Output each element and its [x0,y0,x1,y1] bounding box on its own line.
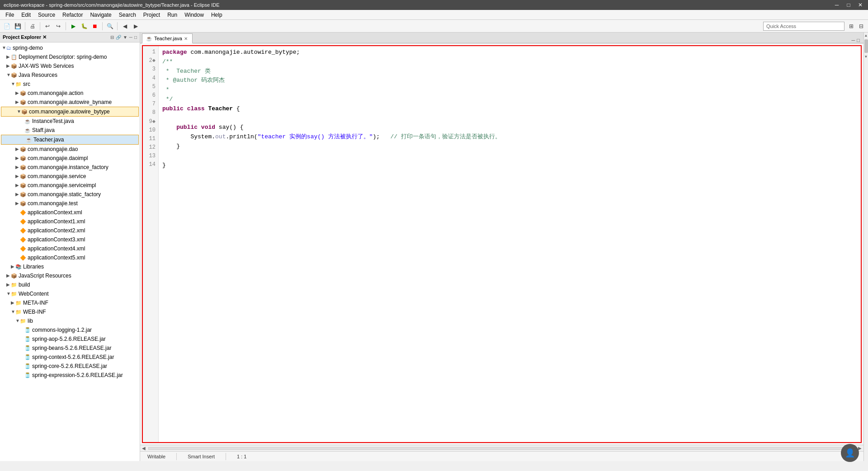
tree-item-appctx1[interactable]: 🔶 applicationContext1.xml [0,217,140,226]
tree-item-teacher[interactable]: ☕ Teacher.java [1,135,139,145]
tree-item-pkg-action[interactable]: ▶ 📦 com.manongajie.action [0,89,140,98]
js-resources-icon: 📦 [11,272,17,280]
tree-item-lib[interactable]: ▼ 📁 lib [0,316,140,325]
editor-maximize-icon[interactable]: □ [857,38,860,43]
tree-item-spring-demo[interactable]: ▼ 🗂 spring-demo [0,43,140,52]
tree-item-spring-context[interactable]: 🫙 spring-context-5.2.6.RELEASE.jar [0,353,140,362]
tree-item-deployment[interactable]: ▶ 📋 Deployment Descriptor: spring-demo [0,52,140,61]
quick-access-box[interactable]: Quick Access [763,22,844,31]
save-button[interactable]: 💾 [13,21,23,31]
bottom-scrollbar: ◀ ▶ [140,445,863,451]
tree-item-commons-logging[interactable]: 🫙 commons-logging-1.2.jar [0,325,140,334]
tree-item-staff[interactable]: ☕ Staff.java [0,126,140,135]
code-editor[interactable]: 1 2◆ 3 4 5 6 7 8 9◆ 10 11 12 13 14 packa… [142,45,862,443]
tree-item-appctx5[interactable]: 🔶 applicationContext5.xml [0,253,140,262]
tab-close-button[interactable]: ✕ [184,36,188,41]
link-with-editor-icon[interactable]: 🔗 [116,35,121,40]
menu-run[interactable]: Run [164,11,181,19]
view-menu-icon[interactable]: ▼ [123,35,127,40]
run-button[interactable]: ▶ [68,21,78,31]
arrow-pkg-static-factory: ▶ [15,190,20,198]
outer-right-scroll[interactable]: ▲ ▼ [863,33,868,461]
label-pkg-autowire-bytype: com.manongajie.autowire_bytype [29,108,110,116]
maximize-button[interactable]: □ [844,2,853,8]
scroll-up-arrow[interactable]: ▲ [864,33,868,38]
minimize-view-icon[interactable]: ─ [129,35,132,40]
main-layout: Project Explorer ✕ ⊟ 🔗 ▼ ─ □ ▼ 🗂 spring-… [0,33,868,461]
tree-item-meta-inf[interactable]: ▶ 📁 META-INF [0,298,140,307]
tree-item-appctx[interactable]: 🔶 applicationContext.xml [0,208,140,217]
menu-file[interactable]: File [2,11,18,19]
menu-navigate[interactable]: Navigate [86,11,115,19]
label-jaxws: JAX-WS Web Services [19,62,74,70]
editor-minimize-icon[interactable]: ─ [852,38,855,43]
undo-button[interactable]: ↩ [42,21,52,31]
menu-refactor[interactable]: Refactor [59,11,86,19]
print-button[interactable]: 🖨 [28,21,38,31]
code-content[interactable]: package com.manongajie.autowire_bytype; … [159,46,861,442]
tree-item-libraries[interactable]: ▶ 📚 Libraries [0,262,140,271]
tree-item-spring-beans[interactable]: 🫙 spring-beans-5.2.6.RELEASE.jar [0,344,140,353]
webcontent-icon: 📁 [11,290,17,298]
redo-button[interactable]: ↪ [53,21,63,31]
close-button[interactable]: ✕ [856,2,864,8]
minimize-button[interactable]: ─ [833,2,841,8]
stop-button[interactable]: ⏹ [90,21,100,31]
arrow-pkg-serviceimpl: ▶ [15,181,20,189]
tree-item-pkg-service[interactable]: ▶ 📦 com.manongajie.service [0,172,140,181]
back-button[interactable]: ◀ [120,21,130,31]
maximize-view-icon[interactable]: □ [134,35,137,40]
open-view-button[interactable]: ⊟ [856,21,866,31]
collapse-all-icon[interactable]: ⊟ [110,35,114,40]
menu-project[interactable]: Project [140,11,164,19]
tree-item-build[interactable]: ▶ 📁 build [0,280,140,289]
menu-source[interactable]: Source [34,11,59,19]
spring-context-icon: 🫙 [24,353,31,361]
label-pkg-autowire-byname: com.manongajie.autowire_byname [28,98,112,106]
tree-item-js-resources[interactable]: ▶ 📦 JavaScript Resources [0,271,140,280]
tree-item-pkg-autowire-bytype[interactable]: ▼ 📦 com.manongajie.autowire_bytype [1,107,139,117]
scroll-left-arrow[interactable]: ◀ [140,446,147,451]
scroll-down-arrow[interactable]: ▼ [864,54,868,60]
label-commons-logging: commons-logging-1.2.jar [32,326,92,334]
debug-button[interactable]: 🐛 [79,21,89,31]
tree-item-appctx3[interactable]: 🔶 applicationContext3.xml [0,235,140,244]
label-meta-inf: META-INF [23,299,48,307]
tree-item-pkg-autowire-byname[interactable]: ▶ 📦 com.manongajie.autowire_byname [0,98,140,107]
tree-item-webcontent[interactable]: ▼ 📁 WebContent [0,289,140,298]
search-button[interactable]: 🔍 [105,21,115,31]
tree-item-pkg-test[interactable]: ▶ 📦 com.manongajie.test [0,199,140,208]
window-controls: ─ □ ✕ [833,2,864,8]
tree-item-jaxws[interactable]: ▶ 📦 JAX-WS Web Services [0,61,140,71]
tree-item-pkg-static-factory[interactable]: ▶ 📦 com.manongajie.static_factory [0,190,140,199]
scroll-thumb[interactable] [864,39,868,53]
menu-edit[interactable]: Edit [18,11,34,19]
new-button[interactable]: 📄 [2,21,12,31]
pkg-autowire-byname-icon: 📦 [20,98,26,106]
tree-item-src[interactable]: ▼ 📁 src [0,80,140,89]
tree-item-spring-expression[interactable]: 🫙 spring-expression-5.2.6.RELEASE.jar [0,371,140,380]
tree-item-pkg-daoimpl[interactable]: ▶ 📦 com.manongajie.daoimpl [0,154,140,163]
menu-window[interactable]: Window [181,11,208,19]
tree-item-spring-aop[interactable]: 🫙 spring-aop-5.2.6.RELEASE.jar [0,334,140,344]
forward-button[interactable]: ▶ [131,21,141,31]
tree-item-spring-core[interactable]: 🫙 spring-core-5.2.6.RELEASE.jar [0,362,140,371]
tree-item-web-inf[interactable]: ▼ 📁 WEB-INF [0,307,140,316]
menu-help[interactable]: Help [208,11,226,19]
tree-item-pkg-dao[interactable]: ▶ 📦 com.manongajie.dao [0,145,140,154]
tree-item-pkg-serviceimpl[interactable]: ▶ 📦 com.manongajie.serviceimpl [0,181,140,190]
menu-search[interactable]: Search [115,11,140,19]
avatar[interactable]: 👤 [841,444,859,462]
tree-item-instancetest[interactable]: ☕ InstanceTest.java [0,117,140,126]
tree-item-pkg-instance-factory[interactable]: ▶ 📦 com.manongajie.instance_factory [0,163,140,172]
arrow-meta-inf: ▶ [11,299,15,307]
tab-teacher-java[interactable]: ☕ Teacher.java ✕ [142,33,193,43]
writable-status: Writable [144,454,169,459]
open-perspective-button[interactable]: ⊞ [846,21,856,31]
tree-item-appctx2[interactable]: 🔶 applicationContext2.xml [0,226,140,235]
line-num-2: 2◆ [146,57,156,65]
label-pkg-static-factory: com.manongajie.static_factory [28,190,101,198]
arrow-pkg-instance-factory: ▶ [15,163,20,171]
tree-item-appctx4[interactable]: 🔶 applicationContext4.xml [0,244,140,253]
tree-item-java-resources[interactable]: ▼ 📦 Java Resources [0,71,140,80]
